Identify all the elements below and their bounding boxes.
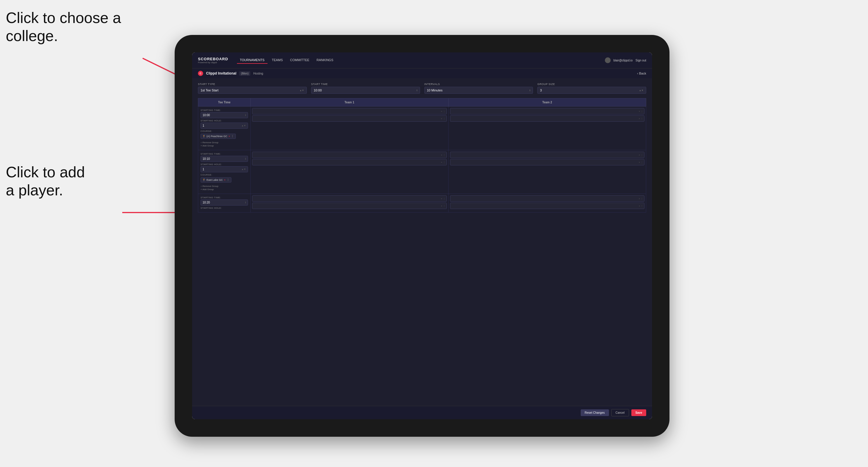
player-slot-1-t2-1[interactable]: × ⋮ [450, 108, 645, 115]
course-badge-1[interactable]: 🏌 (A) Peachtree GC × ⋮ [200, 134, 236, 139]
start-time-group: Start Time 10:00 ℹ [311, 83, 420, 94]
player-slot-1-t1-1[interactable]: × ⋮ [252, 108, 447, 115]
player-slot-2-t1-1[interactable]: × ⋮ [252, 152, 447, 158]
add-group-2[interactable]: + Add Group [200, 188, 248, 191]
group-1-team2: × ⋮ × ⋮ [448, 106, 646, 150]
add-group-1[interactable]: + Add Group [200, 145, 248, 147]
group-row-3: STARTING TIME: 10:20 ℹ STARTING HOLE: × [198, 194, 646, 213]
group-1-team1: × ⋮ × ⋮ [251, 106, 448, 150]
slot-arrows-icon: ⋮ [443, 117, 445, 120]
start-time-input[interactable]: 10:00 ℹ [311, 87, 420, 94]
player-slot-3-t1-1[interactable]: × ⋮ [252, 195, 447, 202]
nav-link-teams[interactable]: TEAMS [269, 57, 286, 64]
tablet-frame: SCOREBOARD Powered by clippd TOURNAMENTS… [175, 35, 670, 437]
tablet-screen: SCOREBOARD Powered by clippd TOURNAMENTS… [192, 53, 652, 419]
annotation-2: Click to add a player. [6, 163, 85, 199]
start-time-label: Start Time [311, 83, 420, 86]
player-slot-2-t2-2[interactable]: × ⋮ [450, 159, 645, 165]
group-3-team2: × ⋮ × ⋮ [448, 194, 646, 213]
group-3-left: STARTING TIME: 10:20 ℹ STARTING HOLE: [198, 194, 251, 213]
back-button[interactable]: ‹ Back [637, 72, 646, 75]
remove-group-1[interactable]: ○ Remove Group [200, 141, 248, 144]
player-slot-3-t1-2[interactable]: × ⋮ [252, 203, 447, 209]
bottom-bar: Reset Changes Cancel Save [192, 406, 652, 419]
content-area: Start Type 1st Tee Start ▲▼ Start Time 1… [192, 78, 652, 406]
hosting-label: Hosting [253, 72, 263, 75]
group-2-team2: × ⋮ × ⋮ [448, 150, 646, 194]
group-2-left: STARTING TIME: 10:10 ℹ STARTING HOLE: 1 … [198, 150, 251, 194]
col-team1: Team 1 [251, 98, 448, 106]
group-size-label: Group Size [537, 83, 646, 86]
nav-user: blair@clippd.io [614, 59, 633, 62]
group-size-input[interactable]: 3 ▲▼ [537, 87, 646, 94]
intervals-group: Intervals 10 Minutes ℹ [424, 83, 533, 94]
save-button[interactable]: Save [631, 409, 646, 416]
brand-sub: Powered by clippd [198, 61, 228, 64]
start-type-input[interactable]: 1st Tee Start ▲▼ [198, 87, 307, 94]
course-remove-1[interactable]: × [228, 135, 230, 138]
sub-logo: C [198, 71, 203, 76]
player-slot-3-t2-1[interactable]: × ⋮ [450, 195, 645, 202]
player-slot-2-t2-1[interactable]: × ⋮ [450, 152, 645, 158]
col-tee-time: Tee Time [198, 98, 251, 106]
tournament-badge: (Men) [239, 71, 250, 76]
starting-hole-input-2[interactable]: 1 ▲▼ [200, 166, 248, 173]
annotation-1: Click to choose a college. [6, 9, 121, 45]
start-type-arrows: ▲▼ [300, 89, 304, 92]
start-type-label: Start Type [198, 83, 307, 86]
course-label-1: COURSE: [200, 130, 248, 132]
group-size-group: Group Size 3 ▲▼ [537, 83, 646, 94]
col-team2: Team 2 [448, 98, 646, 106]
group-2-actions: ○ Remove Group + Add Group [200, 185, 248, 191]
schedule-table: Tee Time Team 1 Team 2 STARTING TIME: 10… [198, 98, 646, 213]
nav-link-committee[interactable]: COMMITTEE [287, 57, 312, 64]
slot-arrows-icon: ⋮ [641, 117, 643, 120]
reset-button[interactable]: Reset Changes [581, 409, 609, 416]
group-size-arrows: ▲▼ [639, 89, 644, 92]
brand-title: SCOREBOARD [198, 57, 228, 61]
slot-arrows-icon: ⋮ [641, 110, 643, 113]
brand: SCOREBOARD Powered by clippd [198, 57, 228, 64]
tournament-title: Clippd Invitational [206, 71, 236, 75]
starting-time-input-1[interactable]: 10:00 ℹ [200, 112, 248, 118]
starting-hole-input-1[interactable]: 1 ▲▼ [200, 123, 248, 129]
group-2-team1: × ⋮ × ⋮ [251, 150, 448, 194]
slot-close-icon[interactable]: × [639, 110, 640, 113]
intervals-input[interactable]: 10 Minutes ℹ [424, 87, 533, 94]
player-slot-2-t1-2[interactable]: × ⋮ [252, 159, 447, 165]
slot-close-icon[interactable]: × [639, 117, 640, 120]
starting-time-label-1: STARTING TIME: [200, 109, 248, 112]
group-1-left: STARTING TIME: 10:00 ℹ STARTING HOLE: 1 … [198, 106, 251, 150]
intervals-arrows: ℹ [529, 89, 530, 92]
player-slot-1-t1-2[interactable]: × ⋮ [252, 115, 447, 122]
start-type-group: Start Type 1st Tee Start ▲▼ [198, 83, 307, 94]
course-badge-2[interactable]: 🏌 East Lake GC × ⋮ [200, 177, 231, 183]
nav-right: blair@clippd.io Sign out [605, 57, 646, 63]
settings-row: Start Type 1st Tee Start ▲▼ Start Time 1… [198, 83, 646, 94]
slot-arrows-icon: ⋮ [443, 110, 445, 113]
player-slot-1-t2-2[interactable]: × ⋮ [450, 115, 645, 122]
group-1-actions: ○ Remove Group + Add Group [200, 141, 248, 147]
slot-close-icon[interactable]: × [441, 117, 442, 120]
sign-out-button[interactable]: Sign out [636, 59, 646, 62]
course-remove-2[interactable]: × [224, 179, 225, 181]
starting-time-input-2[interactable]: 10:10 ℹ [200, 156, 248, 162]
slot-close-icon[interactable]: × [441, 110, 442, 113]
avatar [605, 57, 611, 63]
starting-hole-label-1: STARTING HOLE: [200, 119, 248, 122]
group-row-2: STARTING TIME: 10:10 ℹ STARTING HOLE: 1 … [198, 150, 646, 194]
intervals-label: Intervals [424, 83, 533, 86]
remove-group-2[interactable]: ○ Remove Group [200, 185, 248, 187]
cancel-button[interactable]: Cancel [611, 409, 629, 416]
sub-header: C Clippd Invitational (Men) Hosting ‹ Ba… [192, 68, 652, 78]
group-3-team1: × ⋮ × ⋮ [251, 194, 448, 213]
player-slot-3-t2-2[interactable]: × ⋮ [450, 203, 645, 209]
starting-time-input-3[interactable]: 10:20 ℹ [200, 199, 248, 206]
nav-links: TOURNAMENTS TEAMS COMMITTEE RANKINGS [237, 57, 605, 64]
nav-link-tournaments[interactable]: TOURNAMENTS [237, 57, 268, 64]
nav-link-rankings[interactable]: RANKINGS [314, 57, 336, 64]
start-time-arrows: ℹ [416, 89, 417, 92]
group-row-1: STARTING TIME: 10:00 ℹ STARTING HOLE: 1 … [198, 106, 646, 150]
navbar: SCOREBOARD Powered by clippd TOURNAMENTS… [192, 53, 652, 68]
